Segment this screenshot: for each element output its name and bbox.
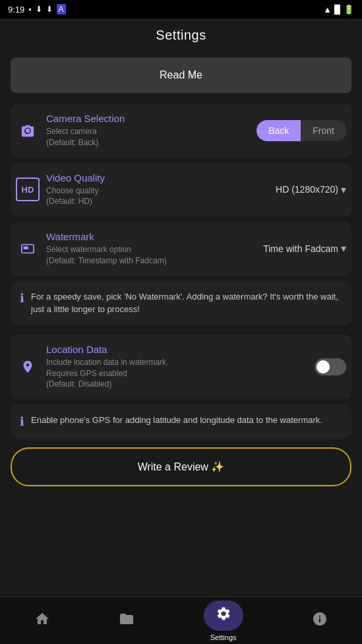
location-info-box: ℹ Enable phone's GPS for adding latitude… (11, 404, 351, 438)
watermark-row: Watermark Select watermark option (Defau… (11, 222, 351, 276)
camera-toggle-group: Back Front (256, 120, 346, 141)
watermark-dropdown[interactable]: Time with Fadcam ▾ (263, 242, 346, 255)
write-review-button[interactable]: Write a Review ✨ (11, 447, 351, 486)
watermark-icon (16, 237, 40, 261)
nav-settings[interactable]: Settings (191, 595, 256, 645)
status-left: 9:19 ▪ ⬇ ⬇ A (8, 4, 66, 15)
nav-folder[interactable] (106, 606, 148, 636)
status-icon-download2: ⬇ (46, 5, 53, 14)
nav-home[interactable] (21, 606, 63, 636)
toggle-track[interactable] (315, 358, 346, 375)
settings-icon (216, 608, 231, 625)
page-header: Settings (0, 18, 362, 52)
home-icon (34, 611, 50, 631)
camera-selection-title: Camera Selection (46, 113, 251, 124)
info-nav-icon (312, 611, 328, 631)
battery-icon: 🔋 (344, 5, 354, 15)
watermark-subtitle: Select watermark option (46, 244, 258, 255)
video-quality-row: HD Video Quality Choose quality (Default… (11, 163, 351, 217)
video-quality-default: (Default: HD) (46, 196, 270, 207)
status-icon-square: ▪ (28, 5, 31, 14)
location-data-section: Location Data Include location data in w… (11, 335, 351, 399)
video-quality-info: Video Quality Choose quality (Default: H… (46, 172, 270, 208)
watermark-control[interactable]: Time with Fadcam ▾ (263, 242, 346, 255)
read-me-button[interactable]: Read Me (11, 57, 351, 93)
watermark-section: Watermark Select watermark option (Defau… (11, 222, 351, 276)
status-icon-a: A (57, 4, 66, 15)
camera-selection-subtitle: Select camera (46, 126, 251, 137)
review-btn-label: Write a Review ✨ (138, 461, 225, 473)
video-quality-subtitle: Choose quality (46, 185, 270, 197)
signal-icon: ▉ (334, 5, 341, 15)
location-data-info: Location Data Include location data in w… (46, 344, 309, 390)
camera-selection-row: Camera Selection Select camera (Default:… (11, 104, 351, 158)
video-quality-dropdown[interactable]: HD (1280x720) ▾ (276, 183, 346, 196)
location-data-subtitle: Include location data in watermark. (46, 357, 309, 368)
front-button[interactable]: Front (301, 120, 346, 141)
camera-selection-default: (Default: Back) (46, 137, 251, 148)
camera-icon (16, 119, 40, 143)
location-data-row: Location Data Include location data in w… (11, 335, 351, 399)
video-quality-value: HD (1280x720) (276, 184, 338, 195)
status-time: 9:19 (8, 5, 24, 15)
watermark-value: Time with Fadcam (263, 243, 338, 254)
location-data-title: Location Data (46, 344, 309, 355)
page-title: Settings (156, 28, 206, 42)
hd-icon: HD (16, 177, 40, 201)
location-icon (16, 355, 40, 379)
location-data-default: (Default: Disabled) (46, 379, 309, 390)
location-toggle[interactable] (315, 358, 346, 375)
status-right: ▲ ▉ 🔋 (323, 5, 354, 15)
settings-nav-bg (204, 600, 243, 631)
camera-selection-section: Camera Selection Select camera (Default:… (11, 104, 351, 158)
info-circle-icon: ℹ (20, 291, 24, 306)
bottom-nav: Settings (0, 596, 362, 644)
camera-selection-info: Camera Selection Select camera (Default:… (46, 113, 251, 148)
watermark-info-text: Watermark Select watermark option (Defau… (46, 231, 258, 267)
svg-rect-1 (24, 246, 28, 249)
wifi-icon: ▲ (323, 5, 332, 15)
location-toggle-control[interactable] (315, 358, 346, 375)
video-quality-title: Video Quality (46, 172, 270, 183)
back-front-toggle[interactable]: Back Front (256, 120, 346, 141)
watermark-default: (Default: Timestamp with Fadcam) (46, 255, 258, 267)
watermark-info-message: For a speedy save, pick 'No Watermark'. … (31, 290, 342, 316)
settings-nav-label: Settings (210, 633, 237, 641)
status-icon-download: ⬇ (36, 5, 42, 14)
video-quality-section: HD Video Quality Choose quality (Default… (11, 163, 351, 217)
location-info-message: Enable phone's GPS for adding latitude a… (31, 414, 322, 427)
back-button[interactable]: Back (256, 120, 301, 141)
location-info-icon: ℹ (20, 414, 24, 429)
toggle-thumb (317, 360, 330, 373)
watermark-chevron-icon: ▾ (341, 242, 346, 255)
status-bar: 9:19 ▪ ⬇ ⬇ A ▲ ▉ 🔋 (0, 0, 362, 18)
folder-icon (119, 611, 135, 631)
location-data-line2: Requires GPS enabled (46, 368, 309, 379)
chevron-down-icon: ▾ (341, 183, 346, 196)
settings-content: Read Me Camera Selection Select camera (… (0, 52, 362, 492)
watermark-title: Watermark (46, 231, 258, 242)
nav-info[interactable] (299, 606, 341, 636)
video-quality-control[interactable]: HD (1280x720) ▾ (276, 183, 346, 196)
watermark-info-box: ℹ For a speedy save, pick 'No Watermark'… (11, 281, 351, 325)
